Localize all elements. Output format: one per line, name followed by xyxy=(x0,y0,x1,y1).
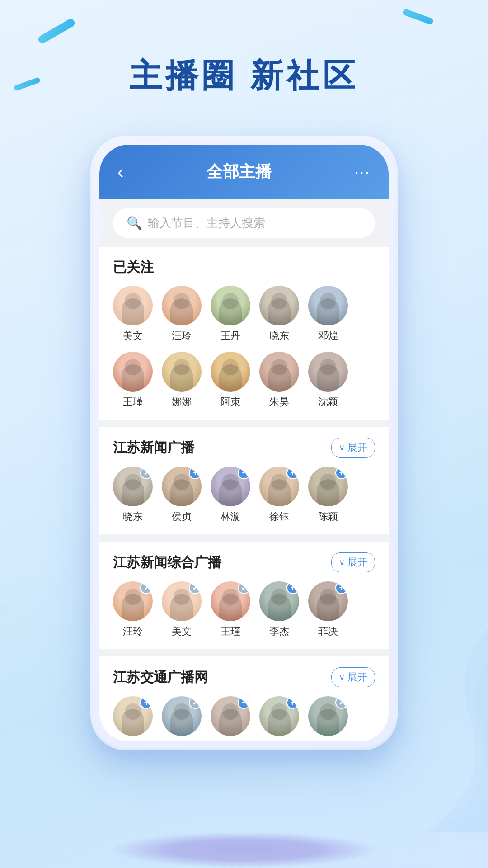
avatar-name: 侯贞 xyxy=(172,510,192,524)
back-button[interactable]: ‹ xyxy=(117,162,123,182)
follow-plus-badge: + xyxy=(140,696,153,709)
chevron-down-icon: ∨ xyxy=(339,672,345,682)
section-followed: 已关注美文汪玲王丹晓东邓煌王瑾娜娜阿束朱昊沈颖 xyxy=(99,247,389,420)
avatar-name: 汪玲 xyxy=(172,329,192,343)
avatar-circle: + xyxy=(211,696,250,736)
more-button[interactable]: ··· xyxy=(354,164,371,180)
avatar-circle: ✓ xyxy=(162,581,202,621)
wave-decoration-left xyxy=(0,597,90,778)
search-bar[interactable]: 🔍 输入节目、主持人搜索 xyxy=(113,208,375,238)
search-icon: 🔍 xyxy=(127,216,142,231)
avatar-item[interactable]: +陈颖 xyxy=(308,467,348,524)
follow-plus-badge: + xyxy=(189,467,202,479)
avatar-item[interactable]: 朱昊 xyxy=(259,352,299,409)
avatar-name: 陈颖 xyxy=(318,510,338,524)
chevron-down-icon: ∨ xyxy=(339,443,345,453)
expand-button-jiangsu-news-comprehensive[interactable]: ∨展开 xyxy=(331,552,375,572)
followed-check-badge: ✓ xyxy=(238,581,250,594)
avatar-circle xyxy=(162,286,202,326)
expand-label: 展开 xyxy=(347,441,367,454)
avatar-name: 王瑾 xyxy=(123,395,143,409)
follow-plus-badge: + xyxy=(335,467,348,479)
avatar-name: 美文 xyxy=(172,625,192,638)
app-content: 🔍 输入节目、主持人搜索 已关注美文汪玲王丹晓东邓煌王瑾娜娜阿束朱昊沈颖江苏新闻… xyxy=(99,199,389,741)
avatar-circle: + xyxy=(259,467,299,506)
avatar-name: 菲决 xyxy=(318,625,338,638)
avatar-item[interactable]: +李杰 xyxy=(259,581,299,638)
avatar-item[interactable]: 沈颖 xyxy=(308,352,348,409)
section-jiangsu-news-comprehensive: 江苏新闻综合广播∨展开✓汪玲✓美文✓王瑾+李杰+菲决 xyxy=(99,542,389,649)
avatar-circle: + xyxy=(211,467,250,506)
avatar-item[interactable]: ✓ xyxy=(162,696,202,736)
section-header-jiangsu-news-comprehensive: 江苏新闻综合广播∨展开 xyxy=(113,552,375,572)
section-jiangsu-traffic: 江苏交通广播网∨展开+✓++✓ xyxy=(99,656,389,741)
avatar-item[interactable]: +林漩 xyxy=(211,467,250,524)
avatar-item[interactable]: ✓汪玲 xyxy=(113,581,153,638)
avatar-item[interactable]: 美文 xyxy=(113,286,153,343)
expand-button-jiangsu-traffic[interactable]: ∨展开 xyxy=(331,667,375,687)
avatar-row-jiangsu-news-comprehensive-0: ✓汪玲✓美文✓王瑾+李杰+菲决 xyxy=(113,581,375,638)
avatar-circle: ✓ xyxy=(162,696,202,736)
avatar-item[interactable]: ✓ xyxy=(308,696,348,736)
avatar-name: 邓煌 xyxy=(318,329,338,343)
app-header: ‹ 全部主播 ··· xyxy=(99,145,389,199)
avatar-item[interactable]: 阿束 xyxy=(211,352,250,409)
page-title: 主播圈 新社区 xyxy=(0,54,488,98)
avatar-circle xyxy=(113,352,153,392)
sections-container: 已关注美文汪玲王丹晓东邓煌王瑾娜娜阿束朱昊沈颖江苏新闻广播∨展开✓晓东+侯贞+林… xyxy=(99,247,389,741)
expand-button-jiangsu-news[interactable]: ∨展开 xyxy=(331,438,375,458)
follow-plus-badge: + xyxy=(286,467,299,479)
avatar-item[interactable]: ✓美文 xyxy=(162,581,202,638)
avatar-circle: + xyxy=(308,581,348,621)
avatar-item[interactable]: + xyxy=(259,696,299,736)
followed-check-badge: ✓ xyxy=(140,581,153,594)
avatar-circle: ✓ xyxy=(308,696,348,736)
deco-stroke-2 xyxy=(402,8,434,25)
follow-plus-badge: + xyxy=(335,581,348,594)
avatar-circle xyxy=(259,352,299,392)
avatar-circle: ✓ xyxy=(211,581,250,621)
avatar-item[interactable]: 王丹 xyxy=(211,286,250,343)
followed-check-badge: ✓ xyxy=(335,696,348,709)
avatar-item[interactable]: ✓晓东 xyxy=(113,467,153,524)
followed-check-badge: ✓ xyxy=(140,467,153,479)
avatar-item[interactable]: 娜娜 xyxy=(162,352,202,409)
avatar-item[interactable]: +徐钰 xyxy=(259,467,299,524)
avatar-row-followed-1: 王瑾娜娜阿束朱昊沈颖 xyxy=(113,352,375,409)
avatar-item[interactable]: 邓煌 xyxy=(308,286,348,343)
avatar-item[interactable]: 汪玲 xyxy=(162,286,202,343)
followed-check-badge: ✓ xyxy=(189,581,202,594)
avatar-name: 朱昊 xyxy=(269,395,289,409)
avatar-item[interactable]: +侯贞 xyxy=(162,467,202,524)
avatar-row-followed-0: 美文汪玲王丹晓东邓煌 xyxy=(113,286,375,343)
follow-plus-badge: + xyxy=(286,581,299,594)
avatar-name: 王丹 xyxy=(221,329,240,343)
avatar-name: 晓东 xyxy=(269,329,289,343)
avatar-item[interactable]: 王瑾 xyxy=(113,352,153,409)
avatar-row-jiangsu-news-0: ✓晓东+侯贞+林漩+徐钰+陈颖 xyxy=(113,467,375,524)
phone-inner: ‹ 全部主播 ··· 🔍 输入节目、主持人搜索 已关注美文汪玲王丹晓东邓煌王瑾娜… xyxy=(99,145,389,741)
avatar-name: 李杰 xyxy=(269,625,289,638)
avatar-name: 王瑾 xyxy=(221,625,240,638)
section-jiangsu-news: 江苏新闻广播∨展开✓晓东+侯贞+林漩+徐钰+陈颖 xyxy=(99,427,389,534)
phone-mockup: ‹ 全部主播 ··· 🔍 输入节目、主持人搜索 已关注美文汪玲王丹晓东邓煌王瑾娜… xyxy=(90,136,398,750)
avatar-item[interactable]: ✓王瑾 xyxy=(211,581,250,638)
avatar-name: 美文 xyxy=(123,329,143,343)
avatar-item[interactable]: +菲决 xyxy=(308,581,348,638)
avatar-item[interactable]: + xyxy=(211,696,250,736)
chevron-down-icon: ∨ xyxy=(339,557,345,567)
avatar-row-jiangsu-traffic-0: +✓++✓ xyxy=(113,696,375,736)
avatar-circle: ✓ xyxy=(113,581,153,621)
section-header-jiangsu-traffic: 江苏交通广播网∨展开 xyxy=(113,667,375,687)
section-title-jiangsu-news: 江苏新闻广播 xyxy=(113,439,194,457)
avatar-circle: + xyxy=(162,467,202,506)
avatar-item[interactable]: + xyxy=(113,696,153,736)
avatar-circle xyxy=(211,352,250,392)
purple-shadow xyxy=(108,832,380,868)
follow-plus-badge: + xyxy=(238,467,250,479)
header-title: 全部主播 xyxy=(206,161,272,183)
expand-label: 展开 xyxy=(347,670,367,684)
avatar-circle: + xyxy=(259,696,299,736)
search-placeholder: 输入节目、主持人搜索 xyxy=(148,215,265,231)
avatar-item[interactable]: 晓东 xyxy=(259,286,299,343)
